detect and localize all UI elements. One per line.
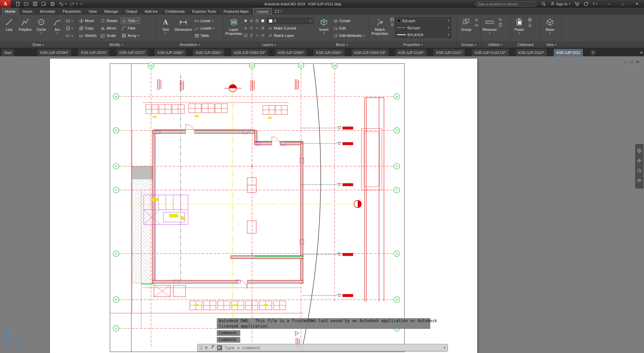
circle-caret-icon[interactable]: ▾ — [41, 32, 42, 36]
drawing-restore-button[interactable]: □ — [631, 60, 633, 64]
file-tab[interactable]: KSR-SJP-D094 D3* — [352, 49, 388, 56]
make-current-button[interactable]: Make Current — [267, 25, 297, 32]
save-as-button[interactable] — [41, 1, 47, 7]
file-tab-active[interactable]: KSR-SJP-D111 — [554, 49, 583, 56]
layer-off-icon[interactable] — [243, 19, 248, 23]
stretch-button[interactable]: Stretch — [78, 32, 98, 39]
undo-button[interactable] — [58, 1, 64, 7]
plot-button[interactable] — [50, 1, 55, 7]
ungroup-icon[interactable] — [475, 17, 479, 22]
a360-sync-button[interactable] — [584, 2, 588, 6]
match-properties-button[interactable]: Match Properties — [370, 16, 389, 41]
file-tab[interactable]: KSR-SJP-D072* — [116, 49, 148, 56]
maximize-button[interactable]: □ — [616, 0, 630, 8]
panel-label-block[interactable]: Block▾ — [315, 42, 369, 48]
insert-button[interactable]: Insert ▾ — [316, 16, 332, 41]
ribbon-tab-home[interactable]: Home — [1, 8, 19, 15]
trim-caret-icon[interactable]: ▾ — [137, 19, 138, 22]
ribbon-tab-manage[interactable]: Manage — [101, 8, 122, 15]
measure-caret-icon[interactable]: ▾ — [489, 32, 490, 36]
app-store-button[interactable] — [575, 2, 579, 6]
object-color-dropdown[interactable]: ByLayer ▾ — [395, 17, 451, 24]
panel-label-clipboard[interactable]: Clipboard — [510, 42, 541, 48]
linear-caret-icon[interactable]: ▾ — [212, 19, 213, 22]
rotate-button[interactable]: Rotate — [100, 17, 118, 24]
circle-button[interactable]: Circle ▾ — [34, 16, 49, 41]
layer-lock-icon[interactable] — [255, 19, 259, 23]
close-button[interactable]: ✕ — [630, 0, 644, 8]
file-tab[interactable]: KSR-SJP-D110* — [516, 49, 547, 56]
panel-label-annotation[interactable]: Annotation▾ — [156, 42, 223, 48]
layer-walk-icon[interactable] — [243, 34, 248, 38]
pan-icon[interactable] — [637, 158, 642, 164]
drawing-canvas[interactable]: 25 23 21 28 N D E F Q R S — [0, 56, 644, 353]
command-bar-caret-icon[interactable]: ▾ — [444, 346, 445, 349]
layer-unisolate-icon[interactable] — [249, 26, 253, 31]
drawing-minimize-button[interactable]: ─ — [625, 60, 628, 64]
hatch-icon[interactable] — [66, 26, 70, 31]
layer-dropdown[interactable]: 0 ▾ — [267, 18, 313, 24]
file-tab[interactable]: KSR-SJP-D100* — [395, 49, 427, 56]
paste-button[interactable]: Paste ▾ — [511, 16, 527, 41]
command-input[interactable]: Type a command — [225, 345, 260, 350]
file-tab[interactable]: KSR-SJP-D090* — [275, 49, 306, 56]
layer-merge-icon[interactable] — [249, 34, 253, 38]
fillet-button[interactable]: Fillet — [120, 25, 140, 32]
panel-label-draw[interactable]: Draw▾ — [0, 42, 76, 48]
edit-block-button[interactable]: Edit — [332, 25, 366, 32]
file-tab[interactable]: KSR-SJP-D101* — [434, 49, 465, 56]
create-block-button[interactable]: Create — [332, 17, 366, 24]
undo-caret-icon[interactable]: ▾ — [65, 2, 66, 5]
application-menu-button[interactable]: A — [0, 0, 11, 8]
layer-isolate-icon[interactable] — [243, 26, 248, 31]
panel-label-modify[interactable]: Modify▾ — [77, 42, 156, 48]
open-file-button[interactable] — [23, 1, 29, 7]
properties-list-icon[interactable] — [390, 22, 394, 27]
move-button[interactable]: Move — [78, 17, 98, 24]
panel-label-layers[interactable]: Layers▾ — [224, 42, 314, 48]
text-caret-icon[interactable]: ▾ — [165, 32, 166, 36]
revcloud-caret-icon[interactable]: ▾ — [71, 34, 73, 37]
layer-freeze-icon[interactable] — [249, 19, 253, 23]
properties-palette-icon[interactable] — [390, 17, 394, 22]
ribbon-tab-express-tools[interactable]: Express Tools — [189, 8, 220, 15]
drawing-viewport[interactable]: 25 23 21 28 N D E F Q R S — [50, 59, 477, 353]
dimension-button[interactable]: Dimension — [174, 16, 193, 41]
recent-commands-icon[interactable] — [217, 345, 222, 350]
panel-label-utilities[interactable]: Utilities▾ — [481, 42, 510, 48]
command-bar-grip-icon[interactable] — [200, 346, 202, 350]
ribbon-tab-collaborate[interactable]: Collaborate — [161, 8, 189, 15]
copy-clip-icon[interactable] — [528, 17, 532, 22]
file-tab[interactable]: KSR-SJP-D081* — [193, 49, 224, 56]
arc-button[interactable]: Arc ▾ — [50, 16, 65, 41]
layer-previous-icon[interactable] — [255, 26, 259, 31]
qat-menu-caret-icon[interactable]: ▾ — [81, 2, 82, 5]
redo-caret-icon[interactable]: ▾ — [76, 2, 78, 5]
ribbon-tab-view[interactable]: View — [85, 8, 101, 15]
paste-caret-icon[interactable]: ▾ — [518, 32, 520, 36]
ribbon-tab-insert[interactable]: Insert — [19, 8, 36, 15]
cut-icon[interactable] — [528, 22, 532, 27]
file-tab[interactable]: KSR-SJP-D091* — [313, 49, 345, 56]
mirror-button[interactable]: Mirror — [100, 25, 118, 32]
panel-label-view[interactable]: View▾ — [541, 42, 561, 48]
file-tab[interactable]: KSR-SJP-D084 D3* — [231, 49, 268, 56]
layer-delete-icon[interactable] — [255, 34, 259, 38]
command-close-icon[interactable]: ✕ — [205, 345, 208, 350]
command-customize-icon[interactable] — [210, 345, 215, 351]
layer-state-icon[interactable] — [260, 26, 265, 31]
save-button[interactable] — [32, 1, 38, 7]
sign-in-button[interactable]: Sign In ▾ — [550, 2, 570, 6]
paper-sheet[interactable]: 25 23 21 28 N D E F Q R S — [50, 59, 477, 353]
group-edit-icon[interactable] — [475, 22, 479, 27]
tab-list-icon[interactable]: ≡ — [640, 50, 643, 55]
minimize-button[interactable]: ─ — [602, 0, 616, 8]
hatch-caret-icon[interactable]: ▾ — [71, 27, 73, 30]
lineweight-dropdown[interactable]: BYLAYER ▾ — [395, 32, 451, 38]
base-caret-icon[interactable]: ▾ — [549, 32, 551, 36]
layer-properties-button[interactable]: Layer Properties — [225, 16, 243, 41]
insert-caret-icon[interactable]: ▾ — [323, 32, 325, 36]
drawing-close-button[interactable]: ✕ — [636, 60, 639, 64]
array-caret-icon[interactable]: ▾ — [138, 34, 139, 37]
new-tab-button[interactable]: + — [590, 50, 596, 56]
